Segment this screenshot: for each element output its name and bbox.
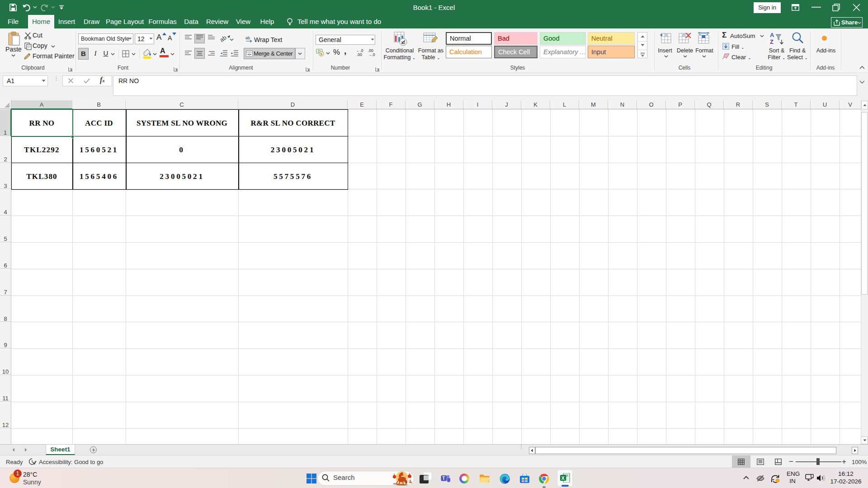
svg-text:X: X <box>561 475 565 481</box>
svg-text:.00: .00 <box>357 52 362 56</box>
svg-text:$: $ <box>321 52 323 56</box>
svg-text:ab: ab <box>220 35 228 43</box>
svg-text:A: A <box>770 32 774 38</box>
svg-text:T: T <box>442 476 445 481</box>
svg-text:ab: ab <box>245 36 250 40</box>
svg-text:→.0: →.0 <box>368 52 375 56</box>
svg-text:Z: Z <box>770 38 774 45</box>
